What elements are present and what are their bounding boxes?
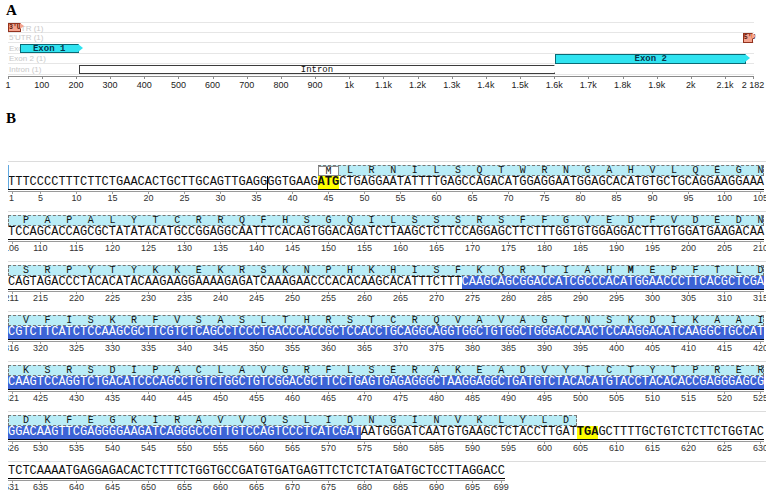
position-label: 245 [249, 293, 264, 303]
position-label: 316 [8, 343, 19, 353]
position-label: 285 [537, 293, 552, 303]
position-label: 425 [33, 393, 48, 403]
position-label: 400 [609, 343, 624, 353]
position-label: 65 [467, 193, 477, 203]
position-label: 645 [105, 482, 120, 492]
position-label: 160 [393, 243, 408, 253]
position-label: 60 [431, 193, 441, 203]
position-label: 5 [38, 193, 43, 203]
position-label: 495 [537, 393, 552, 403]
position-label: 165 [429, 243, 444, 253]
dna-segment[interactable]: GCTTTTGCTGTCTCTTCTGGTAC [598, 426, 764, 439]
position-label: 480 [429, 393, 444, 403]
position-label: 445 [177, 393, 192, 403]
position-label: 485 [465, 393, 480, 403]
position-label: 25 [179, 193, 189, 203]
position-label: 330 [105, 343, 120, 353]
position-label: 620 [681, 443, 696, 453]
sequence-block: TCTCAAAATGAGGAGACACTCTTTCTGGTGCCGATGTGAT… [8, 461, 766, 502]
position-label: 610 [609, 443, 624, 453]
position-label: 450 [213, 393, 228, 403]
position-label: 110 [33, 243, 47, 253]
position-label: 106 [8, 243, 19, 253]
position-label: 415 [717, 343, 732, 353]
position-label: 595 [501, 443, 516, 453]
position-label: 125 [141, 243, 156, 253]
dna-segment[interactable]: TCTCAAAATGAGGAGACACTCTTTCTGGTGCCGATGTGAT… [8, 465, 505, 478]
position-label: 585 [429, 443, 444, 453]
position-label: 605 [573, 443, 588, 453]
position-label: 145 [285, 243, 300, 253]
dna-segment[interactable]: CGTCTTCATCTCCAAGCGCTTCGTCTCAGCCTCCCTGACC… [8, 326, 764, 339]
stop-codon[interactable]: TGA [577, 426, 599, 439]
position-label: 70 [503, 193, 513, 203]
position-label: 320 [33, 343, 48, 353]
dna-segment[interactable]: TCCAGCACCAGCGCTATATACATGCCGGAGGCAATTTCAC… [8, 226, 764, 239]
position-label: 295 [609, 293, 624, 303]
sequence-ruler-line [8, 191, 764, 192]
position-label: 550 [177, 443, 192, 453]
position-label: 465 [321, 393, 336, 403]
position-label: 440 [141, 393, 156, 403]
position-label: 255 [321, 293, 336, 303]
sequence-panel: MLRNILSQTWRNGAHVLQEGNTTTCCCCTTTCTTCTGAAC… [8, 0, 766, 502]
position-label: 420 [753, 343, 766, 353]
position-label: 685 [393, 482, 408, 492]
position-label: 435 [105, 393, 120, 403]
start-codon[interactable]: ATG [318, 176, 340, 189]
sequence-block: SRPYTYKKEKRSKNPHKHISFKQRTIAHMEPFTLDCAGTA… [8, 261, 766, 312]
position-label: 535 [69, 443, 84, 453]
position-label: 490 [501, 393, 516, 403]
position-label: 1 [9, 193, 14, 203]
position-label: 30 [215, 193, 225, 203]
sequence-ruler-line [8, 241, 764, 242]
position-label: 15 [107, 193, 117, 203]
position-label: 395 [573, 343, 588, 353]
sequence-block: DKFEGKIRAVVQSLIDNGINVKLYLDGGACAAGTTCGAGG… [8, 411, 766, 462]
position-label: 655 [177, 482, 192, 492]
position-label: 660 [213, 482, 228, 492]
position-label: 625 [717, 443, 732, 453]
position-label: 115 [69, 243, 83, 253]
dna-segment[interactable]: GGACAAGTTCGAGGGGAAGATCAGGGCCGTTGTCCAGTCC… [8, 426, 361, 439]
dna-segment[interactable]: TTTCCCCTTTCTTCTGAACACTGCTTGCAGTTGAGGGGTG… [8, 176, 318, 189]
position-label: 50 [359, 193, 369, 203]
position-label: 575 [357, 443, 372, 453]
position-label: 385 [501, 343, 516, 353]
position-label: 75 [539, 193, 549, 203]
sequence-block: VFISKRFVSASLTHRSTCRQVAVAGTNSKDIKAAICGTCT… [8, 311, 766, 362]
position-label: 290 [573, 293, 588, 303]
position-label: 580 [393, 443, 408, 453]
position-label: 55 [395, 193, 405, 203]
dna-segment[interactable]: AATGGGATCAATGTGAAGCTCTACCTTGAT [361, 426, 577, 439]
position-label: 405 [645, 343, 660, 353]
position-label: 545 [141, 443, 156, 453]
position-label: 390 [537, 343, 552, 353]
position-label: 470 [357, 393, 372, 403]
position-label: 335 [141, 343, 156, 353]
dna-segment[interactable]: CAAGTCCAGGTCTGACATCCCAGCCTGTCTGGCTGTCGGA… [8, 376, 764, 389]
position-label: 40 [287, 193, 297, 203]
sequence-block: KSRSDIPACLAVGRFLSERAKEADVYTCTYTPRERCAAGT… [8, 361, 766, 412]
position-label: 460 [285, 393, 300, 403]
position-label: 360 [321, 343, 336, 353]
position-label: 675 [321, 482, 336, 492]
position-label: 505 [609, 393, 624, 403]
position-label: 500 [573, 393, 588, 403]
dna-segment[interactable]: CAGTAGACCCTACACATACAAGAAGGAAAAGAGATCAAAG… [8, 276, 462, 289]
position-label: 380 [465, 343, 480, 353]
position-label: 520 [717, 393, 732, 403]
position-label: 20 [143, 193, 153, 203]
dna-segment[interactable]: CAAGCAGCGGACCATCGCCCACATGGAACCCTTCACGCTC… [462, 276, 764, 289]
sequence-ruler-line [8, 341, 764, 342]
dna-segment[interactable]: CTGAGGAATATTTTGAGCCAGACATGGAGGAATGGAGCAC… [339, 176, 764, 189]
position-label: 300 [645, 293, 660, 303]
position-label: 695 [465, 482, 480, 492]
position-label: 560 [249, 443, 264, 453]
position-label: 475 [393, 393, 408, 403]
position-label: 515 [681, 393, 696, 403]
position-label: 305 [681, 293, 696, 303]
position-label: 130 [177, 243, 192, 253]
sequence-block: PAPALYTCRRQFHSGQILSSSRSFFGVEDFVDEDNTCCAG… [8, 211, 766, 262]
position-label: 240 [213, 293, 228, 303]
